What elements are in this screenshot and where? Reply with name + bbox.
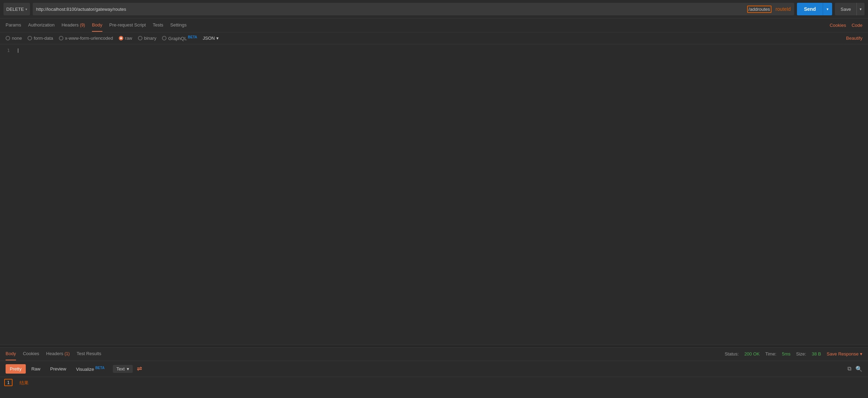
response-tab-test-results[interactable]: Test Results [77,347,101,360]
method-dropdown-arrow: ▾ [25,7,27,11]
tab-authorization[interactable]: Authorization [28,19,55,32]
request-tab-bar: Params Authorization Headers (9) Body Pr… [0,18,868,32]
graphql-beta-badge: BETA [188,35,197,39]
toolbar-right-icons: ⧉ 🔍 [847,366,862,372]
copy-icon[interactable]: ⧉ [847,366,851,372]
option-binary[interactable]: binary [138,36,156,41]
save-button[interactable]: Save ▾ [835,3,865,15]
response-tabs: Body Cookies Headers (1) Test Results [6,347,724,360]
headers-badge: (9) [80,23,85,28]
tab-bar-right: Cookies Code [830,23,862,28]
radio-graphql [162,36,166,40]
text-format-label: Text [116,366,125,372]
top-bar: DELETE ▾ http://localhost:8100/actuator/… [0,0,868,18]
tab-prerequest[interactable]: Pre-request Script [109,19,146,32]
option-graphql[interactable]: GraphQL BETA [162,35,197,41]
send-label: Send [797,3,823,15]
format-select[interactable]: JSON ▾ [203,36,219,41]
tab-tests[interactable]: Tests [153,19,163,32]
response-headers-badge: (1) [64,351,70,356]
tab-params[interactable]: Params [6,19,21,32]
response-status: Status: 200 OK Time: 5ms Size: 38 B Save… [724,351,862,357]
line-numbers: 1 [0,48,14,341]
body-options: none form-data x-www-form-urlencoded raw… [0,32,868,44]
response-line-numbers: 1 [0,380,17,395]
route-id-label: routeId [776,6,791,12]
option-urlencoded[interactable]: x-www-form-urlencoded [59,36,113,41]
response-content: 结果 [17,380,868,395]
response-body: 1 结果 [0,377,868,398]
label-raw: raw [125,36,132,41]
save-dropdown-arrow[interactable]: ▾ [857,3,865,15]
code-link[interactable]: Code [852,23,862,28]
size-value: 38 B [812,351,821,357]
code-content[interactable]: | [14,48,868,341]
cookies-link[interactable]: Cookies [830,23,846,28]
save-response-label: Save Response [827,351,859,357]
request-tabs: Params Authorization Headers (9) Body Pr… [6,19,830,32]
text-format-select[interactable]: Text ▾ [113,365,133,373]
time-value: 5ms [782,351,791,357]
response-tab-headers[interactable]: Headers (1) [46,347,70,360]
url-prefix: http://localhost:8100/actuator/gateway/r… [36,7,747,12]
option-raw[interactable]: raw [119,36,132,41]
method-label: DELETE [6,7,24,12]
wrap-button[interactable]: ⇌ [137,365,142,373]
label-form-data: form-data [34,36,53,41]
format-dropdown-arrow: ▾ [216,36,219,41]
beautify-button[interactable]: Beautify [846,36,862,41]
response-section: Body Cookies Headers (1) Test Results St… [0,347,868,398]
radio-raw [119,36,123,40]
status-value: 200 OK [744,351,760,357]
cursor: | [17,48,20,53]
tab-settings[interactable]: Settings [170,19,187,32]
label-binary: binary [144,36,156,41]
send-button[interactable]: Send ▾ [797,3,832,15]
text-format-arrow: ▾ [127,366,129,372]
radio-form-data [28,36,32,40]
method-select[interactable]: DELETE ▾ [3,3,30,15]
response-toolbar: Pretty Raw Preview Visualize BETA Text ▾… [0,361,868,377]
send-dropdown-arrow[interactable]: ▾ [823,3,832,15]
label-graphql: GraphQL BETA [168,35,197,41]
radio-none [6,36,10,40]
radio-urlencoded [59,36,63,40]
size-label: Size: [796,351,806,357]
line-number-1: 1 [4,48,10,53]
label-none: none [12,36,22,41]
format-tab-preview[interactable]: Preview [46,364,70,374]
save-label: Save [835,3,857,15]
tab-headers[interactable]: Headers (9) [62,19,85,32]
format-tab-raw[interactable]: Raw [27,364,45,374]
search-icon[interactable]: 🔍 [855,366,862,372]
option-form-data[interactable]: form-data [28,36,53,41]
tab-body[interactable]: Body [92,19,102,32]
response-tab-body[interactable]: Body [6,347,16,360]
status-label: Status: [724,351,738,357]
code-editor[interactable]: 1 | [0,44,868,345]
option-none[interactable]: none [6,36,22,41]
format-tab-visualize[interactable]: Visualize BETA [72,364,109,374]
url-highlight: /addroutes [747,6,771,13]
time-label: Time: [765,351,776,357]
format-tab-pretty[interactable]: Pretty [6,364,26,374]
label-urlencoded: x-www-form-urlencoded [65,36,113,41]
url-bar[interactable]: http://localhost:8100/actuator/gateway/r… [33,3,795,15]
visualize-beta-badge: BETA [95,366,104,370]
response-header: Body Cookies Headers (1) Test Results St… [0,347,868,361]
response-line-1: 1 [4,379,13,386]
result-text: 结果 [20,380,29,385]
format-label: JSON [203,36,215,41]
response-tab-cookies[interactable]: Cookies [23,347,39,360]
save-response-button[interactable]: Save Response ▾ [827,351,862,357]
radio-binary [138,36,142,40]
save-response-arrow: ▾ [860,351,862,357]
